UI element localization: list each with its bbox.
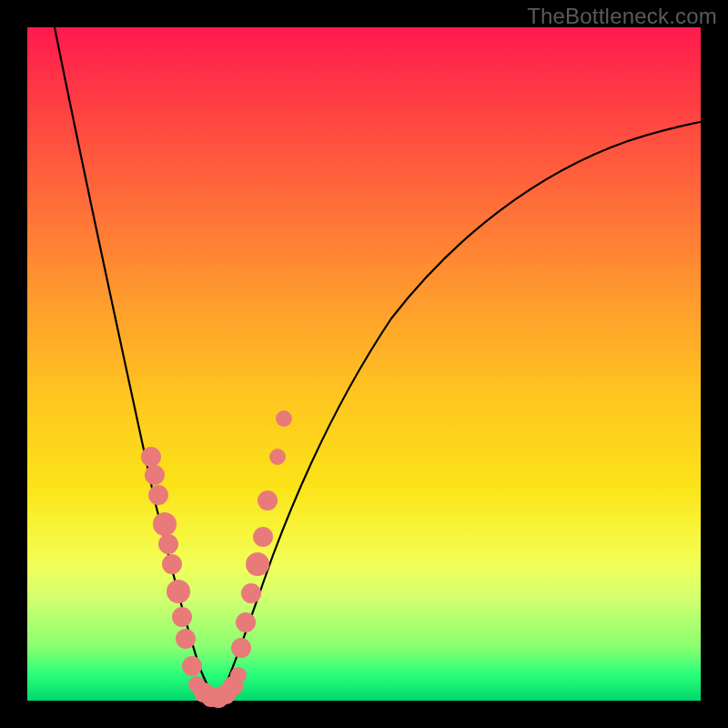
marker-left bbox=[145, 465, 165, 485]
marker-left bbox=[182, 656, 202, 676]
marker-right bbox=[231, 638, 251, 658]
marker-left bbox=[153, 512, 177, 536]
chart-container: TheBottleneck.com bbox=[0, 0, 728, 728]
left-curve bbox=[55, 27, 218, 701]
marker-bottom bbox=[230, 667, 247, 683]
marker-left bbox=[172, 607, 192, 627]
marker-right bbox=[276, 410, 292, 427]
marker-left bbox=[148, 485, 168, 505]
marker-right bbox=[236, 612, 256, 632]
marker-left bbox=[158, 534, 178, 554]
marker-left bbox=[176, 629, 196, 649]
marker-left bbox=[167, 580, 190, 603]
marker-right bbox=[241, 583, 261, 603]
marker-left bbox=[141, 447, 161, 467]
marker-right bbox=[258, 490, 278, 511]
watermark-text: TheBottleneck.com bbox=[527, 4, 717, 29]
plot-area bbox=[27, 27, 701, 701]
right-curve bbox=[218, 122, 701, 701]
marker-right bbox=[269, 449, 286, 465]
marker-left bbox=[162, 554, 182, 574]
curves-svg bbox=[27, 27, 701, 701]
marker-right bbox=[246, 552, 269, 576]
marker-right bbox=[253, 527, 273, 547]
